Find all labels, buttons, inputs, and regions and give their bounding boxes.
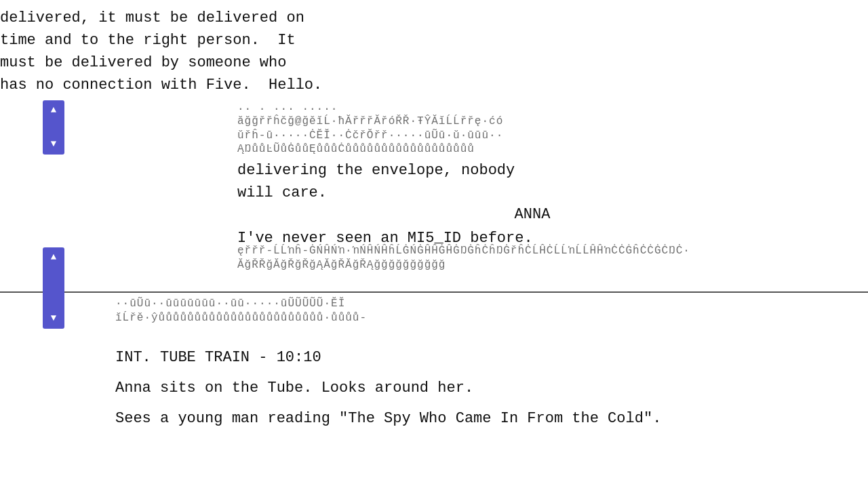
- scroll-up-arrow-middle[interactable]: ▲: [43, 247, 64, 268]
- corrupted-line-2: ăğğřřĥčğ@ğěĭĹ·ħĂřřřĂřóŘŘ·ŦŶĂĭĹĹřřę·ćó: [237, 115, 827, 129]
- corrupted-block-middle: ęřřř-ĹĹŉĥ-ĠŃĤŃŉ·ŉŃĤŃĤĥĹĠŃĠĤĤĠĤĠŊĠĥĊĥŊĠřĥ…: [237, 244, 827, 272]
- scrollbar-top[interactable]: ▲ ▼: [43, 100, 64, 155]
- anna-speaker-name: ANNA: [237, 205, 827, 226]
- lower-content-block: INT. TUBE TRAIN - 10:10 Anna sits on the…: [115, 346, 827, 438]
- anna-speaker-block: ANNA I've never seen an MI5_ID before.: [237, 205, 827, 249]
- clean-delivering-text: delivering the envelope, nobody will car…: [237, 159, 827, 204]
- scroll-down-arrow-top[interactable]: ▼: [43, 134, 64, 155]
- corrupted-line-4: ĄŊůůĿŨůĠůůĘůůůĊůůůůůůůůůůůůůůůůůů: [237, 142, 827, 157]
- action-line-2: Sees a young man reading "The Spy Who Ca…: [115, 407, 827, 430]
- corrupted-lower-line-2: ĭĹřě·ŷůůůůůůůůůůůůůůůůůůůůůůů·ůůůů-: [115, 311, 827, 325]
- corrupted-lower-line-1: ··ūŨū··ūūūūūūū··ūū·····ūŨŨŨŨŨ·ĔĬ: [115, 297, 827, 311]
- corrupted-mid-line-1: ęřřř-ĹĹŉĥ-ĠŃĤŃŉ·ŉŃĤŃĤĥĹĠŃĠĤĤĠĤĠŊĠĥĊĥŊĠřĥ…: [237, 244, 827, 258]
- top-paragraph-text: delivered, it must be delivered on time …: [0, 7, 868, 96]
- corrupted-line-3: ŭřĥ-ū·····ĊĔĬ··ĊčřŎřř·····ūŨū·ŭ·ūūū··: [237, 129, 827, 143]
- scene-heading: INT. TUBE TRAIN - 10:10: [115, 346, 827, 369]
- corrupted-line-1: .. . ... .....: [237, 100, 827, 115]
- scroll-down-arrow-middle[interactable]: ▼: [43, 308, 64, 329]
- top-paragraph-block: delivered, it must be delivered on time …: [0, 0, 868, 103]
- scroll-up-arrow-top[interactable]: ▲: [43, 100, 64, 121]
- lower-corrupted-block: ··ūŨū··ūūūūūūū··ūū·····ūŨŨŨŨŨ·ĔĬ ĭĹřě·ŷů…: [115, 297, 827, 325]
- page-container: delivered, it must be delivered on time …: [0, 0, 868, 488]
- horizontal-divider: [0, 291, 868, 293]
- corrupted-mid-line-2: ĂğŘŘğĂğŘğŘğĄĂğŘĂğŘĄğğğğğğğğğğ: [237, 258, 827, 272]
- action-line-1: Anna sits on the Tube. Looks around her.: [115, 376, 827, 400]
- scrollbar-middle[interactable]: ▲ ▼: [43, 247, 64, 329]
- corrupted-block-top: .. . ... ..... ăğğřřĥčğ@ğěĭĹ·ħĂřřřĂřóŘŘ·…: [237, 100, 827, 204]
